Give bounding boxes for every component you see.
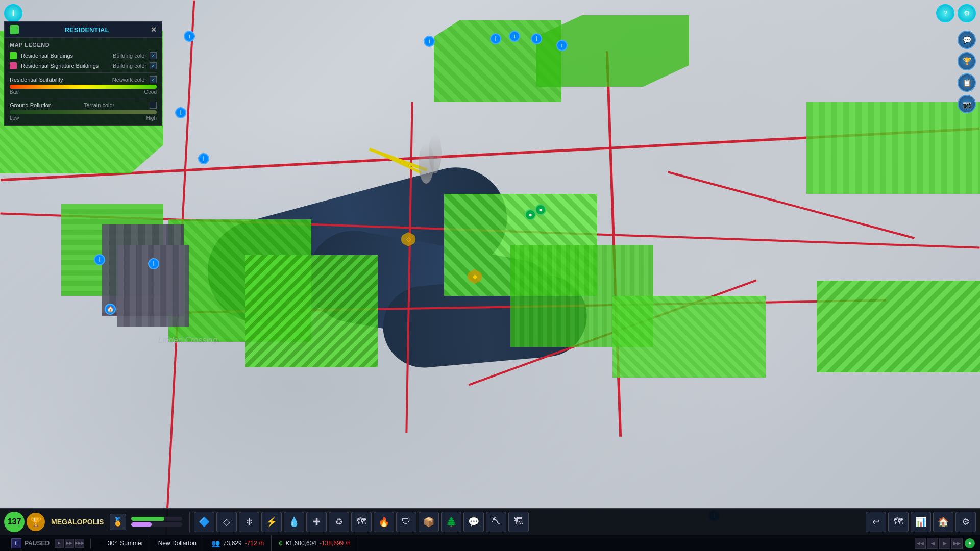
legend-row-residential: Residential Buildings Building color ✓ [10,52,157,59]
healthcare-button[interactable]: ✚ [306,512,327,532]
info-button[interactable]: i [4,4,22,22]
xp-bar-fill [131,517,164,521]
map-icon-10[interactable]: i [148,258,159,269]
balance-value: €1,600,604 [286,540,316,547]
districts-button[interactable]: ◇ [216,512,237,532]
building-cluster-far-e [817,281,980,372]
population-icon: 👥 [211,539,220,547]
legend-row-signature: Residential Signature Buildings Building… [10,62,157,69]
legend-body: MAP LEGEND Residential Buildings Buildin… [5,38,162,125]
status-speed-2[interactable]: ◀ [927,538,938,549]
minimap-button[interactable]: 🗺 [888,512,909,532]
green-marker-2[interactable]: ● [535,204,546,215]
map-button[interactable]: 🗺 [351,512,372,532]
smoke-effect-2 [429,133,442,173]
bad-label: Bad [10,89,19,95]
legend-panel: RESIDENTIAL ✕ MAP LEGEND Residential Bui… [4,21,162,126]
photo-button[interactable]: 📷 [958,95,976,113]
housing-button[interactable]: 🏠 [933,512,953,532]
speed-1-button[interactable]: ▶ [55,539,64,548]
police-button[interactable]: 🛡 [396,512,416,532]
bottom-toolbar: 137 🏆 MEGALOPOLIS 🏅 🔷 ◇ ❄ ⚡ 💧 ✚ ♻ 🗺 🔥 🛡 [0,508,980,551]
separator-1 [189,512,190,532]
map-icon-9[interactable]: i [94,254,105,265]
city-level-badge[interactable]: 137 [4,512,24,532]
building-cluster-ne2 [806,102,980,194]
suitability-header: Residential Suitability Network color ✓ [10,76,157,83]
map-legend-label: MAP LEGEND [10,42,157,48]
status-speed-4[interactable]: ▶▶ [951,538,963,549]
green-marker-1[interactable]: ● [525,209,536,220]
status-speed-3[interactable]: ▶ [939,538,950,549]
population-section: 👥 73,629 -712 /h [204,535,272,551]
downtown-buildings-2 [117,245,189,327]
suitability-row: Residential Suitability Network color ✓ … [10,76,157,95]
pollution-label-row: Ground Pollution Terrain color [10,102,157,109]
map-icon-7[interactable]: i [509,31,520,42]
legend-divider-1 [10,72,157,73]
pollution-color-type: Terrain color [84,102,115,108]
map-icon-1[interactable]: i [175,107,186,118]
chirper-button[interactable]: 💬 [958,31,976,49]
money-section: ¢ €1,600,604 -138,699 /h [272,535,358,551]
pause-button[interactable]: ⏸ [11,538,21,548]
weather-icon: ☀ [98,539,105,547]
water-button[interactable]: 💧 [284,512,304,532]
trophy-icon[interactable]: 🏆 [27,513,45,531]
xp-bar [131,517,182,521]
pollution-scale: Low High [10,115,157,121]
milestone-icon[interactable]: 🏅 [110,514,126,530]
population-change: -712 /h [245,540,264,547]
status-end: ◀◀ ◀ ▶ ▶▶ ● [915,538,975,549]
settings-button[interactable]: ⚙ [958,4,976,22]
cargo-button[interactable]: 📦 [419,512,439,532]
fire-button[interactable]: 🔥 [374,512,394,532]
suitability-color-type: Network color [112,77,146,83]
city-name-section: New Dollarton [151,535,204,551]
suitability-checkbox[interactable]: ✓ [150,76,157,83]
residential-color-type: Building color [113,53,146,59]
options-button[interactable]: ⚙ [955,512,976,532]
low-label: Low [10,115,19,121]
map-icon-2[interactable]: i [184,31,195,42]
notifications-button[interactable]: 📋 [958,73,976,92]
building-cluster-ne1 [536,15,689,87]
online-indicator: ● [965,538,975,548]
map-icon-6[interactable]: i [556,40,568,51]
residential-checkbox[interactable]: ✓ [150,52,157,59]
legend-header: RESIDENTIAL ✕ [5,22,162,38]
paused-label: PAUSED [24,540,50,547]
achievements-button[interactable]: 🏆 [958,52,976,70]
bulldoze-button[interactable]: 🏗 [508,512,529,532]
map-icon-8[interactable]: i [198,153,209,164]
balance-change: -138,699 /h [320,540,351,547]
mining-button[interactable]: ⛏ [486,512,506,532]
electricity-button[interactable]: ⚡ [261,512,282,532]
zones-button[interactable]: 🔷 [194,512,214,532]
building-cluster-center [245,255,378,367]
temperature-value: 30° [108,540,117,547]
speed-2-button[interactable]: ▶▶ [65,539,74,548]
undo-button[interactable]: ↩ [866,512,886,532]
speed-3-button[interactable]: ▶▶▶ [75,539,84,548]
map-icon-3[interactable]: i [424,36,435,47]
legend-divider-2 [10,98,157,98]
toolbar-main: 137 🏆 MEGALOPOLIS 🏅 🔷 ◇ ❄ ⚡ 💧 ✚ ♻ 🗺 🔥 🛡 [0,509,980,535]
season-value: Summer [120,540,143,547]
parks-button[interactable]: 🌲 [441,512,461,532]
status-bar: ⏸ PAUSED ▶ ▶▶ ▶▶▶ ☀ 30° Summer New Dolla… [0,535,980,551]
legend-close-button[interactable]: ✕ [151,26,157,34]
stats-button[interactable]: 📊 [911,512,931,532]
signature-checkbox[interactable]: ✓ [150,62,157,69]
map-icon-5[interactable]: i [531,33,542,44]
status-speed-1[interactable]: ◀◀ [915,538,926,549]
pollution-checkbox[interactable] [150,102,157,109]
legend-title: RESIDENTIAL [23,26,151,34]
help-button[interactable]: ? [936,4,954,22]
signature-label: Residential Signature Buildings [21,63,113,69]
social-button[interactable]: 💬 [463,512,484,532]
map-icon-4[interactable]: i [490,33,501,44]
map-icon-11[interactable]: 🏠 [105,304,116,315]
garbage-button[interactable]: ♻ [329,512,349,532]
services-button[interactable]: ❄ [239,512,259,532]
